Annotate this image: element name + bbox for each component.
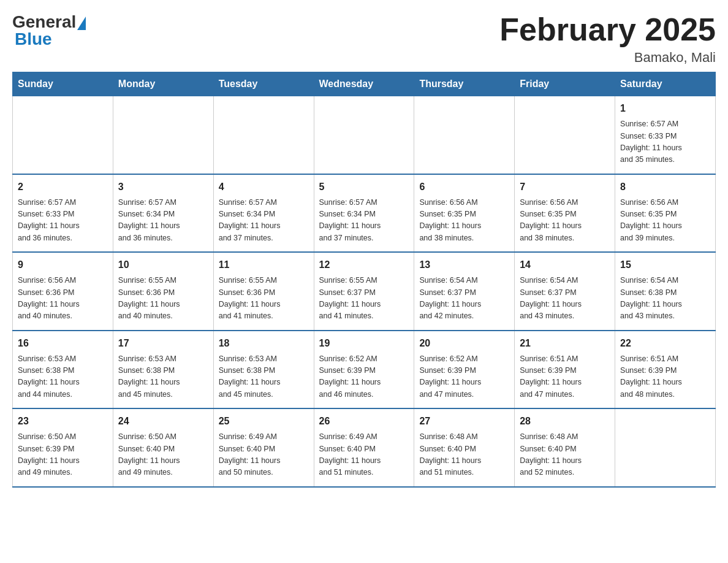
day-number: 1 <box>620 101 710 116</box>
day-number: 2 <box>18 180 108 194</box>
calendar-title: February 2025 <box>499 12 716 47</box>
day-number: 20 <box>419 336 509 351</box>
calendar-cell: 3Sunrise: 6:57 AM Sunset: 6:34 PM Daylig… <box>113 174 213 253</box>
calendar-cell: 1Sunrise: 6:57 AM Sunset: 6:33 PM Daylig… <box>615 96 716 174</box>
header-wednesday: Wednesday <box>314 72 414 96</box>
day-info: Sunrise: 6:57 AM Sunset: 6:33 PM Dayligh… <box>18 197 108 245</box>
header-monday: Monday <box>113 72 213 96</box>
day-info: Sunrise: 6:48 AM Sunset: 6:40 PM Dayligh… <box>520 431 610 479</box>
day-number: 14 <box>520 258 610 272</box>
day-number: 9 <box>18 258 108 272</box>
calendar-cell: 7Sunrise: 6:56 AM Sunset: 6:35 PM Daylig… <box>515 174 615 253</box>
calendar-cell: 26Sunrise: 6:49 AM Sunset: 6:40 PM Dayli… <box>314 408 414 487</box>
day-number: 6 <box>419 180 509 194</box>
calendar-cell: 25Sunrise: 6:49 AM Sunset: 6:40 PM Dayli… <box>213 408 314 487</box>
calendar-cell: 27Sunrise: 6:48 AM Sunset: 6:40 PM Dayli… <box>414 408 515 487</box>
day-info: Sunrise: 6:54 AM Sunset: 6:37 PM Dayligh… <box>419 275 509 323</box>
calendar-cell: 9Sunrise: 6:56 AM Sunset: 6:36 PM Daylig… <box>13 252 113 331</box>
day-info: Sunrise: 6:51 AM Sunset: 6:39 PM Dayligh… <box>620 353 710 401</box>
calendar-cell <box>213 96 314 174</box>
calendar-cell: 22Sunrise: 6:51 AM Sunset: 6:39 PM Dayli… <box>615 331 716 409</box>
calendar-table: SundayMondayTuesdayWednesdayThursdayFrid… <box>12 72 716 488</box>
day-info: Sunrise: 6:56 AM Sunset: 6:35 PM Dayligh… <box>419 197 509 245</box>
calendar-week-row: 9Sunrise: 6:56 AM Sunset: 6:36 PM Daylig… <box>13 252 716 331</box>
calendar-cell <box>414 96 515 174</box>
header-thursday: Thursday <box>414 72 515 96</box>
calendar-week-row: 1Sunrise: 6:57 AM Sunset: 6:33 PM Daylig… <box>13 96 716 174</box>
day-number: 15 <box>620 258 710 272</box>
day-info: Sunrise: 6:55 AM Sunset: 6:37 PM Dayligh… <box>319 275 409 323</box>
calendar-cell: 8Sunrise: 6:56 AM Sunset: 6:35 PM Daylig… <box>615 174 716 253</box>
day-info: Sunrise: 6:48 AM Sunset: 6:40 PM Dayligh… <box>419 431 509 479</box>
calendar-cell: 18Sunrise: 6:53 AM Sunset: 6:38 PM Dayli… <box>213 331 314 409</box>
day-number: 19 <box>319 336 409 351</box>
day-number: 3 <box>118 180 208 194</box>
calendar-cell <box>615 408 716 487</box>
calendar-week-row: 23Sunrise: 6:50 AM Sunset: 6:39 PM Dayli… <box>13 408 716 487</box>
calendar-cell: 11Sunrise: 6:55 AM Sunset: 6:36 PM Dayli… <box>213 252 314 331</box>
header-sunday: Sunday <box>13 72 113 96</box>
calendar-cell: 14Sunrise: 6:54 AM Sunset: 6:37 PM Dayli… <box>515 252 615 331</box>
day-info: Sunrise: 6:55 AM Sunset: 6:36 PM Dayligh… <box>118 275 208 323</box>
title-section: February 2025 Bamako, Mali <box>499 12 716 66</box>
day-info: Sunrise: 6:57 AM Sunset: 6:34 PM Dayligh… <box>118 197 208 245</box>
calendar-cell: 2Sunrise: 6:57 AM Sunset: 6:33 PM Daylig… <box>13 174 113 253</box>
day-info: Sunrise: 6:49 AM Sunset: 6:40 PM Dayligh… <box>219 431 309 479</box>
calendar-cell: 10Sunrise: 6:55 AM Sunset: 6:36 PM Dayli… <box>113 252 213 331</box>
day-number: 22 <box>620 336 710 351</box>
day-number: 11 <box>219 258 309 272</box>
day-info: Sunrise: 6:50 AM Sunset: 6:40 PM Dayligh… <box>118 431 208 479</box>
header-tuesday: Tuesday <box>213 72 314 96</box>
logo: General Blue <box>12 12 87 49</box>
day-number: 23 <box>18 414 108 429</box>
day-info: Sunrise: 6:52 AM Sunset: 6:39 PM Dayligh… <box>419 353 509 401</box>
day-number: 24 <box>118 414 208 429</box>
calendar-cell: 28Sunrise: 6:48 AM Sunset: 6:40 PM Dayli… <box>515 408 615 487</box>
calendar-cell: 20Sunrise: 6:52 AM Sunset: 6:39 PM Dayli… <box>414 331 515 409</box>
calendar-cell: 15Sunrise: 6:54 AM Sunset: 6:38 PM Dayli… <box>615 252 716 331</box>
day-number: 17 <box>118 336 208 351</box>
day-info: Sunrise: 6:49 AM Sunset: 6:40 PM Dayligh… <box>319 431 409 479</box>
calendar-cell <box>314 96 414 174</box>
day-info: Sunrise: 6:53 AM Sunset: 6:38 PM Dayligh… <box>18 353 108 401</box>
day-info: Sunrise: 6:53 AM Sunset: 6:38 PM Dayligh… <box>118 353 208 401</box>
day-info: Sunrise: 6:55 AM Sunset: 6:36 PM Dayligh… <box>219 275 309 323</box>
calendar-cell <box>13 96 113 174</box>
day-info: Sunrise: 6:57 AM Sunset: 6:34 PM Dayligh… <box>319 197 409 245</box>
calendar-cell: 21Sunrise: 6:51 AM Sunset: 6:39 PM Dayli… <box>515 331 615 409</box>
day-number: 10 <box>118 258 208 272</box>
calendar-cell: 6Sunrise: 6:56 AM Sunset: 6:35 PM Daylig… <box>414 174 515 253</box>
calendar-cell: 19Sunrise: 6:52 AM Sunset: 6:39 PM Dayli… <box>314 331 414 409</box>
logo-triangle-icon <box>77 17 86 30</box>
calendar-cell: 5Sunrise: 6:57 AM Sunset: 6:34 PM Daylig… <box>314 174 414 253</box>
day-info: Sunrise: 6:57 AM Sunset: 6:34 PM Dayligh… <box>219 197 309 245</box>
day-number: 26 <box>319 414 409 429</box>
day-number: 7 <box>520 180 610 194</box>
calendar-cell: 24Sunrise: 6:50 AM Sunset: 6:40 PM Dayli… <box>113 408 213 487</box>
calendar-cell: 17Sunrise: 6:53 AM Sunset: 6:38 PM Dayli… <box>113 331 213 409</box>
day-info: Sunrise: 6:56 AM Sunset: 6:35 PM Dayligh… <box>620 197 710 245</box>
calendar-subtitle: Bamako, Mali <box>499 50 716 66</box>
day-number: 25 <box>219 414 309 429</box>
logo-blue-text: Blue <box>15 29 52 49</box>
calendar-week-row: 16Sunrise: 6:53 AM Sunset: 6:38 PM Dayli… <box>13 331 716 409</box>
calendar-header-row: SundayMondayTuesdayWednesdayThursdayFrid… <box>13 72 716 96</box>
calendar-cell <box>515 96 615 174</box>
day-number: 28 <box>520 414 610 429</box>
day-number: 16 <box>18 336 108 351</box>
calendar-cell: 16Sunrise: 6:53 AM Sunset: 6:38 PM Dayli… <box>13 331 113 409</box>
calendar-cell: 12Sunrise: 6:55 AM Sunset: 6:37 PM Dayli… <box>314 252 414 331</box>
day-number: 5 <box>319 180 409 194</box>
day-number: 13 <box>419 258 509 272</box>
day-info: Sunrise: 6:57 AM Sunset: 6:33 PM Dayligh… <box>620 118 710 166</box>
day-number: 8 <box>620 180 710 194</box>
day-number: 18 <box>219 336 309 351</box>
page-header: General Blue February 2025 Bamako, Mali <box>12 12 716 66</box>
calendar-cell: 4Sunrise: 6:57 AM Sunset: 6:34 PM Daylig… <box>213 174 314 253</box>
day-info: Sunrise: 6:51 AM Sunset: 6:39 PM Dayligh… <box>520 353 610 401</box>
day-number: 27 <box>419 414 509 429</box>
calendar-week-row: 2Sunrise: 6:57 AM Sunset: 6:33 PM Daylig… <box>13 174 716 253</box>
day-number: 12 <box>319 258 409 272</box>
day-info: Sunrise: 6:52 AM Sunset: 6:39 PM Dayligh… <box>319 353 409 401</box>
day-info: Sunrise: 6:54 AM Sunset: 6:37 PM Dayligh… <box>520 275 610 323</box>
